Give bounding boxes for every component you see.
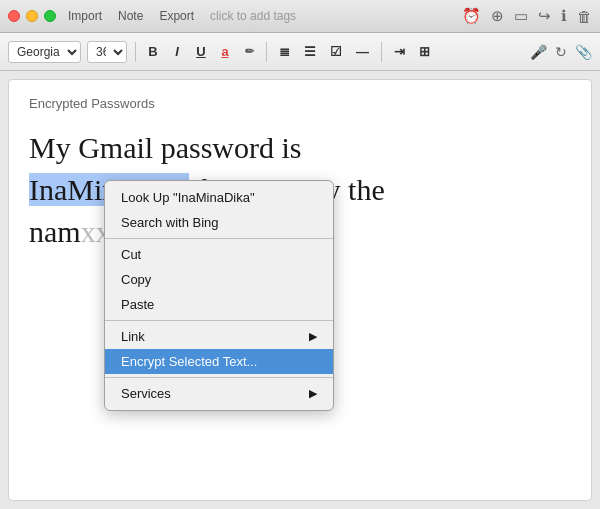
italic-button[interactable]: I [168, 42, 186, 61]
title-bar-actions: Import Note Export click to add tags [68, 9, 450, 23]
trash-icon[interactable]: 🗑 [577, 8, 592, 25]
rotate-icon[interactable]: ↻ [555, 44, 567, 60]
info-icon[interactable]: ℹ [561, 7, 567, 25]
menu-link-arrow: ▶ [309, 330, 317, 343]
maximize-button[interactable] [44, 10, 56, 22]
toolbar-divider-1 [135, 42, 136, 62]
menu-services[interactable]: Services ▶ [105, 381, 333, 406]
toolbar-right-icons: 🎤 ↻ 📎 [530, 44, 592, 60]
menu-separator-3 [105, 377, 333, 378]
menu-encrypt[interactable]: Encrypt Selected Text... [105, 349, 333, 374]
menu-link[interactable]: Link ▶ [105, 324, 333, 349]
table-button[interactable]: ⊞ [415, 42, 434, 61]
menu-copy-label: Copy [121, 272, 151, 287]
ordered-list-button[interactable]: ☰ [300, 42, 320, 61]
alarm-icon[interactable]: ⏰ [462, 7, 481, 25]
text-color-button[interactable]: a [216, 42, 234, 61]
indent-button[interactable]: ⇥ [390, 42, 409, 61]
display-icon[interactable]: ▭ [514, 7, 528, 25]
title-bar-right-icons: ⏰ ⊕ ▭ ↪ ℹ 🗑 [462, 7, 592, 25]
menu-paste-label: Paste [121, 297, 154, 312]
menu-separator-2 [105, 320, 333, 321]
main-area: Encrypted Passwords My Gmail password is… [0, 71, 600, 509]
body-text-nam: nam [29, 215, 81, 248]
menu-lookup[interactable]: Look Up "InaMinaDika" [105, 185, 333, 210]
menu-link-label: Link [121, 329, 145, 344]
bold-button[interactable]: B [144, 42, 162, 61]
share-icon[interactable]: ↪ [538, 7, 551, 25]
menu-separator-1 [105, 238, 333, 239]
note-button[interactable]: Note [118, 9, 143, 23]
checklist-button[interactable]: ☑ [326, 42, 346, 61]
menu-lookup-label: Look Up "InaMinaDika" [121, 190, 255, 205]
menu-cut-label: Cut [121, 247, 141, 262]
export-button[interactable]: Export [159, 9, 194, 23]
mic-icon[interactable]: 🎤 [530, 44, 547, 60]
font-family-select[interactable]: Georgia [8, 41, 81, 63]
tags-area[interactable]: click to add tags [210, 9, 296, 23]
minimize-button[interactable] [26, 10, 38, 22]
body-text-line1: My Gmail password is [29, 131, 302, 164]
title-bar: Import Note Export click to add tags ⏰ ⊕… [0, 0, 600, 33]
menu-encrypt-label: Encrypt Selected Text... [121, 354, 257, 369]
import-button[interactable]: Import [68, 9, 102, 23]
attach-icon[interactable]: 📎 [575, 44, 592, 60]
unordered-list-button[interactable]: ≣ [275, 42, 294, 61]
font-size-select[interactable]: 36 [87, 41, 127, 63]
context-menu: Look Up "InaMinaDika" Search with Bing C… [104, 180, 334, 411]
menu-copy[interactable]: Copy [105, 267, 333, 292]
menu-search-label: Search with Bing [121, 215, 219, 230]
menu-services-label: Services [121, 386, 171, 401]
toolbar-divider-2 [266, 42, 267, 62]
formatting-toolbar: Georgia 36 B I U a ✏ ≣ ☰ ☑ — ⇥ ⊞ 🎤 ↻ 📎 [0, 33, 600, 71]
sync-icon[interactable]: ⊕ [491, 7, 504, 25]
close-button[interactable] [8, 10, 20, 22]
note-title: Encrypted Passwords [29, 96, 571, 111]
dash-button[interactable]: — [352, 42, 373, 61]
toolbar-divider-3 [381, 42, 382, 62]
window-controls [8, 10, 56, 22]
note-container[interactable]: Encrypted Passwords My Gmail password is… [8, 79, 592, 501]
underline-button[interactable]: U [192, 42, 210, 61]
highlight-button[interactable]: ✏ [240, 43, 258, 60]
menu-search[interactable]: Search with Bing [105, 210, 333, 235]
menu-paste[interactable]: Paste [105, 292, 333, 317]
menu-services-arrow: ▶ [309, 387, 317, 400]
menu-cut[interactable]: Cut [105, 242, 333, 267]
